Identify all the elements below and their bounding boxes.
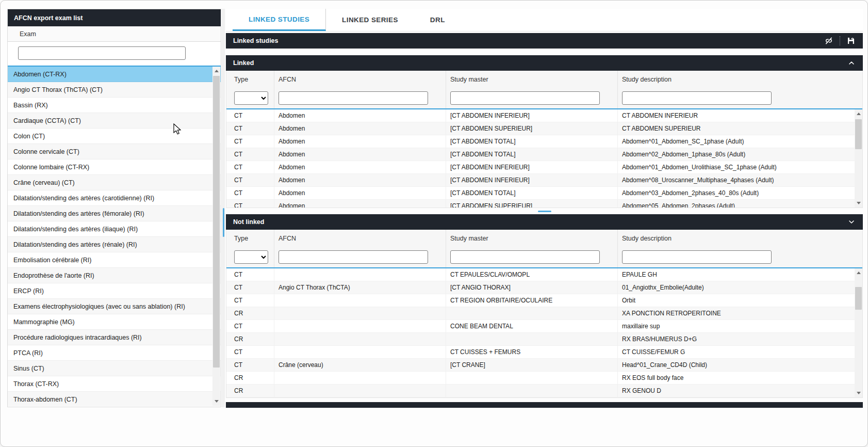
cell-type: CR — [226, 385, 274, 397]
table-row[interactable]: CR RX EOS full body face — [226, 372, 862, 385]
linked-table-scrollbar[interactable] — [855, 109, 862, 207]
exam-list-item[interactable]: Embolisation cérébrale (RI) — [8, 252, 221, 268]
exam-list-item-label: Colonne cervicale (CT) — [13, 148, 79, 155]
exam-column-header[interactable]: Exam — [8, 26, 221, 42]
table-row[interactable]: CT CT REGION ORBITAIRE/OCULAIRE Orbit — [226, 294, 862, 307]
exam-list-item-label: Sinus (CT) — [13, 365, 44, 372]
exam-list-item-label: Dilatation/stending des artères (iliaque… — [13, 226, 138, 233]
cell-type: CR — [226, 372, 274, 385]
exam-list-item[interactable]: Abdomen (CT-RX) — [8, 67, 221, 82]
scroll-down-icon[interactable] — [212, 397, 220, 406]
exam-list-item[interactable]: Thorax (CT-RX) — [8, 376, 221, 392]
exam-list-item[interactable]: Sinus (CT) — [8, 361, 221, 376]
panel-splitter-vertical[interactable] — [222, 9, 225, 407]
column-header-study-master[interactable]: Study master — [446, 71, 618, 88]
table-row[interactable]: CT Abdomen [CT ABDOMEN TOTAL] Abdomen^01… — [226, 135, 862, 148]
tab[interactable]: LINKED SERIES — [326, 9, 414, 31]
exam-list-item[interactable]: PTCA (RI) — [8, 345, 221, 361]
tab[interactable]: DRL — [414, 9, 461, 31]
scroll-up-icon[interactable] — [855, 268, 862, 277]
column-header-afcn[interactable]: AFCN — [274, 230, 446, 247]
exam-list-scrollbar[interactable] — [212, 67, 220, 406]
exam-list-item[interactable]: Endoprothèse de l'aorte (RI) — [8, 268, 221, 283]
exam-list-item[interactable]: Procédure radiologiques intracardiaques … — [8, 330, 221, 345]
table-row[interactable]: CT Crâne (cerveau) [CT CRANE] Head^01_Cr… — [226, 359, 862, 372]
splitter-grip-icon — [223, 208, 224, 237]
cell-afcn: Abdomen — [274, 187, 446, 200]
exam-list-item-label: ERCP (RI) — [13, 288, 44, 295]
table-row[interactable]: CT CT EPAULES/CLAV/OMOPL EPAULE GH — [226, 268, 862, 281]
table-row[interactable]: CT Abdomen [CT ABDOMEN TOTAL] Abdomen^03… — [226, 187, 862, 200]
tab[interactable]: LINKED STUDIES — [233, 9, 326, 31]
exam-list-item[interactable]: Bassin (RX) — [8, 98, 221, 113]
exam-list-item[interactable]: Colonne cervicale (CT) — [8, 144, 221, 159]
exam-filter-input[interactable] — [18, 46, 186, 60]
not-linked-section-header[interactable]: Not linked — [226, 214, 863, 230]
exam-list-item[interactable]: Mammographie (MG) — [8, 314, 221, 330]
scrollbar-thumb[interactable] — [855, 119, 862, 149]
chevron-up-icon[interactable] — [847, 59, 856, 67]
exam-list-item[interactable]: ERCP (RI) — [8, 283, 221, 299]
table-row[interactable]: CT Abdomen [CT ABDOMEN INFERIEUR] Abdome… — [226, 161, 862, 174]
scroll-up-icon[interactable] — [212, 67, 220, 75]
exam-list-item-label: Colon (CT) — [13, 133, 45, 140]
table-row[interactable]: CR RX GENOU D — [226, 385, 862, 397]
chevron-down-icon[interactable] — [847, 218, 856, 226]
cell-afcn: Crâne (cerveau) — [274, 359, 446, 372]
exam-list-item[interactable]: Dilatation/stending des artères (iliaque… — [8, 221, 221, 237]
exam-list-item[interactable]: Colonne lombaire (CT-RX) — [8, 159, 221, 175]
scrollbar-thumb[interactable] — [855, 287, 862, 310]
collapsed-bottom-bar[interactable] — [226, 402, 863, 408]
table-row[interactable]: CR XA PONCTION RETROPERITOINE — [226, 307, 862, 320]
table-row[interactable]: CT Angio CT Thorax (ThCTA) [CT ANGIO THO… — [226, 281, 862, 294]
table-row[interactable]: CT Abdomen [CT ABDOMEN INFERIEUR] Abdome… — [226, 174, 862, 187]
table-row[interactable]: CT CT CUISSES + FEMURS CT CUISSE/FEMUR G — [226, 346, 862, 359]
table-row[interactable]: CT Abdomen [CT ABDOMEN SUPERIEUR] CT ABD… — [226, 122, 862, 135]
section-splitter-horizontal[interactable] — [226, 208, 863, 214]
exam-list-item-label: Thorax-abdomen (CT) — [13, 396, 77, 403]
column-header-study-description[interactable]: Study description — [618, 71, 862, 88]
cell-study-master: CT REGION ORBITAIRE/OCULAIRE — [446, 294, 618, 307]
table-row[interactable]: CT Abdomen [CT ABDOMEN SUPERIEUR] Abdome… — [226, 200, 862, 207]
study-master-filter-input[interactable] — [450, 91, 600, 105]
table-row[interactable]: CT Abdomen [CT ABDOMEN TOTAL] Abdomen^02… — [226, 148, 862, 161]
exam-list-item[interactable]: Crâne (cerveau) (CT) — [8, 175, 221, 190]
scroll-down-icon[interactable] — [855, 199, 862, 207]
study-description-filter-input[interactable] — [622, 91, 772, 105]
column-header-type[interactable]: Type — [226, 230, 274, 247]
unlink-icon[interactable] — [824, 36, 833, 45]
table-row[interactable]: CT CONE BEAM DENTAL maxillaire sup — [226, 320, 862, 333]
exam-list-item[interactable]: Angio CT Thorax (ThCTA) (CT) — [8, 82, 221, 98]
afcn-filter-input[interactable] — [279, 91, 428, 105]
type-filter-select[interactable] — [234, 91, 268, 105]
column-header-study-master[interactable]: Study master — [446, 230, 618, 247]
cell-study-description: RX GENOU D — [618, 385, 862, 397]
study-description-filter-input[interactable] — [622, 250, 772, 264]
type-filter-select[interactable] — [234, 250, 268, 264]
cell-type: CT — [226, 294, 274, 307]
scroll-down-icon[interactable] — [855, 389, 862, 397]
exam-list-item[interactable]: Dilatation/stending des artères (rénale)… — [8, 237, 221, 252]
scrollbar-thumb[interactable] — [213, 76, 220, 368]
cell-study-description: RX EOS full body face — [618, 372, 862, 385]
exam-list-item[interactable]: Dilatation/stending des artères (fémoral… — [8, 206, 221, 221]
column-header-afcn[interactable]: AFCN — [274, 71, 446, 88]
column-header-type[interactable]: Type — [226, 71, 274, 88]
scroll-up-icon[interactable] — [855, 109, 862, 118]
afcn-filter-input[interactable] — [279, 250, 428, 264]
table-row[interactable]: CR RX BRAS/HUMERUS D+G — [226, 333, 862, 346]
study-master-filter-input[interactable] — [450, 250, 600, 264]
exam-list-item[interactable]: Cardiaque (CCTA) (CT) — [8, 113, 221, 129]
cell-study-master: [CT ABDOMEN TOTAL] — [446, 135, 618, 148]
exam-list-item[interactable]: Thorax-abdomen (CT) — [8, 392, 221, 406]
exam-list-item[interactable]: Dilatation/stending des artères (carotid… — [8, 190, 221, 206]
linked-section-header[interactable]: Linked — [226, 55, 863, 71]
cell-study-master: CT CUISSES + FEMURS — [446, 346, 618, 359]
save-icon[interactable] — [846, 36, 856, 45]
exam-list-item[interactable]: Colon (CT) — [8, 129, 221, 144]
not-linked-table-scrollbar[interactable] — [855, 268, 862, 397]
exam-list-item[interactable]: Examens électrophysiologiques (avec ou s… — [8, 299, 221, 314]
cell-type: CT — [226, 122, 274, 135]
column-header-study-description[interactable]: Study description — [618, 230, 862, 247]
table-row[interactable]: CT Abdomen [CT ABDOMEN INFERIEUR] CT ABD… — [226, 109, 862, 122]
